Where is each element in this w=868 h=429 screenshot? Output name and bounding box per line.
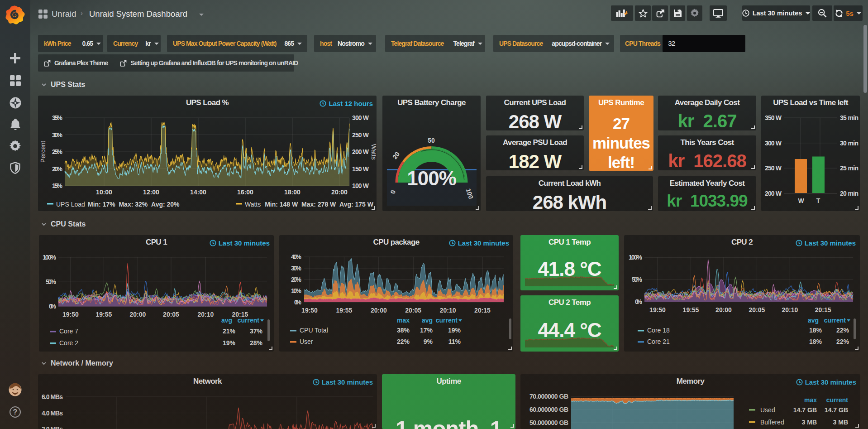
svg-text:38%: 38% [397, 327, 410, 334]
svg-text:50.000000 GB: 50.000000 GB [529, 419, 568, 426]
svg-text:19%: 19% [223, 339, 236, 347]
svg-text:CPU Total: CPU Total [300, 327, 328, 334]
svg-text:22%: 22% [397, 338, 410, 345]
svg-text:19:50: 19:50 [62, 311, 79, 318]
svg-text:60.000000 GB: 60.000000 GB [529, 406, 568, 413]
svg-text:200 W: 200 W [765, 190, 782, 197]
svg-text:50%: 50% [46, 278, 57, 285]
svg-text:200 W: 200 W [352, 148, 369, 155]
svg-text:4.0 MBs: 4.0 MBs [42, 410, 63, 417]
svg-text:20:10: 20:10 [440, 307, 456, 314]
svg-text:100%: 100% [629, 254, 643, 261]
svg-text:100%: 100% [43, 254, 57, 261]
svg-text:11%: 11% [448, 338, 461, 345]
svg-text:Min: 148 W Max: 278 W Avg: 1: Min: 148 W Max: 278 W Avg: 175 W [265, 201, 374, 208]
svg-text:20%: 20% [291, 276, 302, 283]
svg-text:37%: 37% [250, 328, 263, 335]
svg-text:100 W: 100 W [352, 182, 369, 189]
svg-text:0%: 0% [49, 303, 57, 310]
svg-text:current: current [238, 317, 260, 324]
svg-text:20: 20 [391, 150, 401, 160]
svg-text:300 W: 300 W [765, 140, 782, 147]
svg-text:2.0 MBs: 2.0 MBs [42, 425, 63, 429]
svg-text:70.000000 GB: 70.000000 GB [529, 393, 568, 400]
svg-text:current: current [824, 317, 846, 324]
svg-text:28%: 28% [250, 339, 263, 347]
svg-text:40%: 40% [291, 253, 302, 260]
svg-text:20:10: 20:10 [197, 311, 214, 318]
svg-text:15%: 15% [52, 182, 63, 189]
svg-text:19:55: 19:55 [336, 307, 352, 314]
svg-text:18%: 18% [809, 338, 822, 345]
svg-text:Core 2: Core 2 [59, 339, 78, 347]
svg-text:300 W: 300 W [352, 114, 369, 121]
svg-text:avg: avg [422, 317, 433, 324]
svg-text:20:05: 20:05 [163, 311, 179, 318]
svg-text:20:00: 20:00 [715, 306, 732, 313]
svg-text:10%: 10% [291, 287, 302, 294]
svg-text:20:00: 20:00 [129, 311, 146, 318]
svg-text:19%: 19% [448, 327, 461, 334]
svg-text:UPS Load: UPS Load [56, 201, 85, 208]
svg-text:25 min: 25 min [840, 164, 858, 172]
svg-text:Watts: Watts [370, 144, 377, 159]
svg-text:17%: 17% [420, 327, 433, 334]
svg-text:0%: 0% [294, 299, 302, 306]
svg-text:Core 7: Core 7 [59, 328, 78, 335]
svg-text:Core 18: Core 18 [647, 327, 670, 334]
svg-text:User: User [300, 338, 313, 345]
svg-text:19:50: 19:50 [649, 306, 666, 313]
svg-text:19:50: 19:50 [301, 307, 318, 314]
svg-text:30%: 30% [291, 265, 302, 272]
svg-text:20:10: 20:10 [782, 306, 798, 313]
svg-text:Buffered: Buffered [760, 419, 784, 426]
svg-text:25%: 25% [52, 148, 63, 155]
svg-text:250 W: 250 W [765, 164, 782, 172]
svg-text:22%: 22% [836, 338, 849, 345]
svg-text:current: current [436, 317, 458, 324]
svg-text:avg: avg [221, 317, 232, 324]
svg-text:T: T [816, 197, 820, 204]
svg-text:250 W: 250 W [352, 131, 369, 139]
svg-text:30%: 30% [52, 131, 63, 139]
svg-text:35%: 35% [52, 114, 63, 121]
svg-text:20 min: 20 min [840, 190, 858, 197]
svg-text:6.0 MBs: 6.0 MBs [42, 393, 63, 400]
svg-text:20:05: 20:05 [405, 307, 421, 314]
svg-text:14.7 GB: 14.7 GB [825, 406, 848, 414]
svg-text:14.7 GB: 14.7 GB [793, 406, 817, 414]
svg-text:50%: 50% [632, 276, 643, 283]
svg-text:22%: 22% [836, 327, 849, 334]
svg-text:30 min: 30 min [840, 140, 858, 147]
svg-text:0%: 0% [635, 298, 643, 305]
svg-text:max: max [397, 317, 410, 324]
svg-text:21%: 21% [223, 328, 236, 335]
svg-text:3 MB: 3 MB [802, 419, 817, 426]
svg-text:max: max [804, 396, 817, 404]
svg-text:35 min: 35 min [840, 114, 858, 121]
svg-text:16:00: 16:00 [237, 188, 253, 196]
svg-text:W: W [798, 197, 804, 204]
svg-text:Min: 17% Max: 32% Avg: 20%: Min: 17% Max: 32% Avg: 20% [88, 201, 180, 208]
svg-text:20%: 20% [52, 165, 63, 173]
svg-text:9%: 9% [424, 338, 433, 345]
svg-text:20:15: 20:15 [474, 307, 491, 314]
svg-text:20:05: 20:05 [749, 306, 765, 313]
svg-text:19:55: 19:55 [95, 311, 112, 318]
svg-text:50: 50 [428, 137, 435, 144]
svg-text:Percent: Percent [39, 141, 47, 163]
svg-text:current: current [826, 396, 849, 404]
svg-text:18:00: 18:00 [284, 188, 300, 196]
svg-text:19:55: 19:55 [683, 306, 699, 313]
svg-text:12:00: 12:00 [143, 188, 159, 196]
svg-text:avg: avg [808, 317, 819, 324]
svg-text:20:15: 20:15 [815, 306, 831, 313]
svg-text:20:00: 20:00 [371, 307, 387, 314]
svg-text:10:00: 10:00 [96, 188, 112, 196]
svg-text:14:00: 14:00 [190, 188, 206, 196]
svg-text:3 MB: 3 MB [833, 419, 848, 426]
svg-text:20:00: 20:00 [331, 188, 348, 196]
svg-text:150 W: 150 W [352, 165, 369, 173]
svg-text:18%: 18% [809, 327, 822, 334]
svg-text:Watts: Watts [245, 201, 261, 208]
